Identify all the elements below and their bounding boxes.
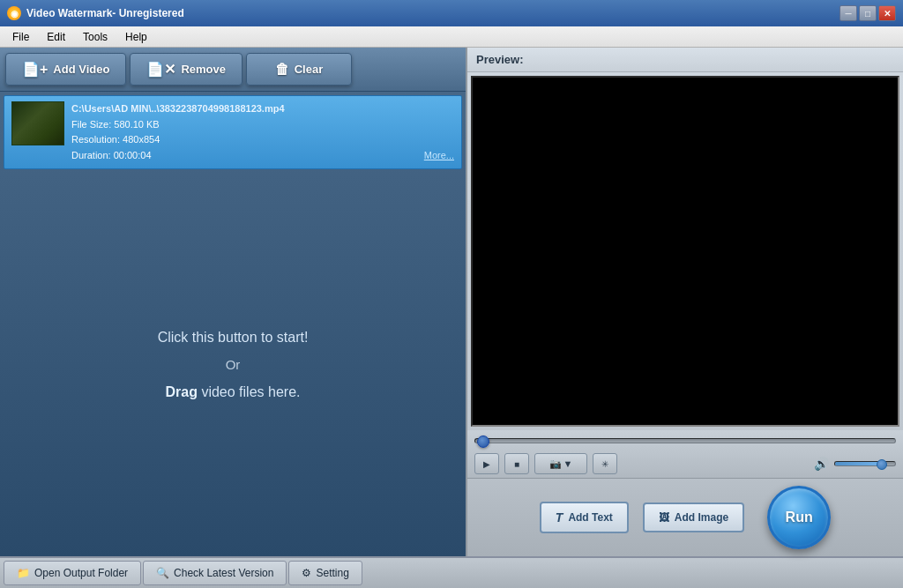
file-resolution: Resolution: 480x854 <box>71 132 454 148</box>
progress-bar-container[interactable] <box>474 434 896 448</box>
file-more-link[interactable]: More... <box>424 148 454 164</box>
toolbar: 📄+ Add Video 📄✕ Remove 🗑 Clear <box>0 48 466 92</box>
menu-file[interactable]: File <box>4 29 38 45</box>
watermark-controls: T Add Text 🖼 Add Image Run <box>467 478 903 556</box>
preview-label: Preview: <box>467 48 903 72</box>
controls-row: ▶ ■ 📷 ▼ ✳ 🔊 <box>474 453 896 474</box>
remove-label: Remove <box>181 63 226 76</box>
file-size: File Size: 580.10 KB <box>71 117 454 133</box>
drop-text-or: Or <box>226 352 241 378</box>
preview-screen <box>471 76 899 427</box>
playback-area: ▶ ■ 📷 ▼ ✳ 🔊 <box>467 430 903 478</box>
open-output-label: Open Output Folder <box>34 567 128 579</box>
setting-button[interactable]: ⚙ Setting <box>288 561 362 585</box>
add-video-icon: 📄+ <box>22 61 48 78</box>
menu-edit[interactable]: Edit <box>38 29 74 45</box>
file-list: C:\Users\AD MIN\..\3832238704998188123.m… <box>0 92 466 173</box>
menu-bar: File Edit Tools Help <box>0 26 903 48</box>
volume-knob[interactable] <box>877 459 887 470</box>
window-title: Video Watermark- Unregistered <box>26 7 184 19</box>
app-icon: ◉ <box>7 6 21 20</box>
drop-text-line1: Click this button to start! <box>158 324 309 352</box>
add-image-label: Add Image <box>675 511 728 524</box>
effects-button[interactable]: ✳ <box>593 453 617 474</box>
file-info: C:\Users\AD MIN\..\3832238704998188123.m… <box>71 101 454 163</box>
clear-label: Clear <box>295 63 324 76</box>
drop-text-bold: Drag <box>166 384 198 399</box>
add-text-label: Add Text <box>568 511 612 524</box>
snapshot-button[interactable]: 📷 ▼ <box>534 453 587 474</box>
volume-icon: 🔊 <box>814 457 829 471</box>
play-button[interactable]: ▶ <box>474 453 499 474</box>
open-output-button[interactable]: 📁 Open Output Folder <box>4 561 141 585</box>
progress-track[interactable] <box>474 438 896 443</box>
clear-button[interactable]: 🗑 Clear <box>246 53 352 86</box>
snapshot-icon: 📷 <box>549 458 562 470</box>
file-item[interactable]: C:\Users\AD MIN\..\3832238704998188123.m… <box>4 95 462 169</box>
restore-button[interactable]: □ <box>859 5 877 21</box>
title-bar-left: ◉ Video Watermark- Unregistered <box>7 6 184 20</box>
close-button[interactable]: ✕ <box>878 5 896 21</box>
file-path: C:\Users\AD MIN\..\3832238704998188123.m… <box>71 101 454 117</box>
file-duration: Duration: 00:00:04 <box>71 148 152 164</box>
add-image-button[interactable]: 🖼 Add Image <box>643 502 744 532</box>
progress-knob[interactable] <box>477 435 489 448</box>
add-video-button[interactable]: 📄+ Add Video <box>5 53 126 86</box>
clear-icon: 🗑 <box>275 62 289 78</box>
drop-zone[interactable]: Click this button to start! Or Drag vide… <box>0 173 466 556</box>
check-version-label: Check Latest Version <box>174 567 273 579</box>
snapshot-arrow-icon: ▼ <box>563 458 573 469</box>
add-text-icon: T <box>556 510 563 525</box>
remove-button[interactable]: 📄✕ Remove <box>130 53 243 86</box>
title-bar: ◉ Video Watermark- Unregistered ─ □ ✕ <box>0 0 903 26</box>
menu-help[interactable]: Help <box>116 29 156 45</box>
add-text-button[interactable]: T Add Text <box>540 502 629 533</box>
menu-tools[interactable]: Tools <box>74 29 116 45</box>
window-controls: ─ □ ✕ <box>840 5 896 21</box>
drop-text-drag: Drag video files here. <box>166 378 301 406</box>
left-panel: 📄+ Add Video 📄✕ Remove 🗑 Clear C:\Users\… <box>0 48 466 556</box>
add-image-icon: 🖼 <box>659 511 669 524</box>
main-container: 📄+ Add Video 📄✕ Remove 🗑 Clear C:\Users\… <box>0 48 903 556</box>
drop-text-suffix: video files here. <box>198 384 301 399</box>
minimize-button[interactable]: ─ <box>840 5 857 21</box>
status-bar: 📁 Open Output Folder 🔍 Check Latest Vers… <box>0 556 903 588</box>
setting-label: Setting <box>316 567 348 579</box>
thumbnail-image <box>12 102 63 145</box>
add-video-label: Add Video <box>53 63 109 76</box>
folder-icon: 📁 <box>17 567 30 579</box>
search-icon: 🔍 <box>156 567 169 579</box>
volume-track[interactable] <box>834 461 896 466</box>
gear-icon: ⚙ <box>302 567 311 579</box>
run-button[interactable]: Run <box>767 486 831 549</box>
check-version-button[interactable]: 🔍 Check Latest Version <box>143 561 287 585</box>
volume-fill <box>835 462 880 465</box>
remove-icon: 📄✕ <box>146 61 175 78</box>
file-thumbnail <box>11 101 64 145</box>
stop-button[interactable]: ■ <box>504 453 529 474</box>
right-panel: Preview: ▶ ■ 📷 ▼ ✳ 🔊 <box>466 48 903 556</box>
